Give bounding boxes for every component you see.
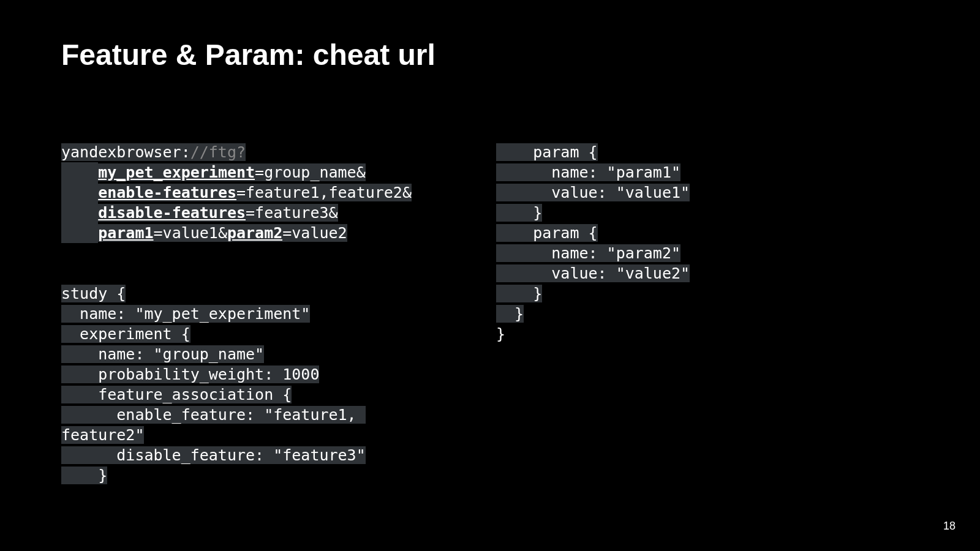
code-text: name: "param1" [496,163,680,181]
url-key: disable-features [98,204,246,222]
slide-title: Feature & Param: cheat url [61,38,919,72]
indent [61,223,98,243]
code-text: name: "my_pet_experiment" [61,305,310,323]
code-text: name: "param2" [496,244,680,262]
url-scheme: yandexbrowser: [61,143,190,161]
code-text: enable_feature: "feature1, [61,406,366,424]
study-line: } [61,465,490,485]
code-text: probability_weight: 1000 [61,365,319,383]
code-text: } [496,285,542,302]
param-line: } [496,324,690,344]
code-text: experiment { [61,325,190,343]
study-line: probability_weight: 1000 [61,364,490,384]
code-text: } [496,305,524,323]
indent [61,182,98,203]
code-text: feature2" [61,426,144,444]
url-path: //ftg? [190,143,246,161]
url-line-3: disable-features=feature3& [61,203,490,223]
url-key: my_pet_experiment [98,163,255,181]
url-rest: =feature1,feature2& [236,184,412,201]
study-line: disable_feature: "feature3" [61,445,490,465]
url-line-4: param1=value1&param2=value2 [61,223,490,243]
study-line: feature2" [61,425,490,445]
code-text: } [496,204,542,222]
code-text: name: "group_name" [61,345,264,363]
code-text: } [61,467,107,484]
code-text: param { [496,224,598,242]
study-line: experiment { [61,324,490,344]
param-line: } [496,203,690,223]
code-text: study { [61,285,126,302]
url-mid: =value1& [154,224,227,242]
url-rest: =group_name& [255,163,366,181]
param-line: name: "param1" [496,162,690,182]
url-key: enable-features [98,184,236,201]
study-line: name: "my_pet_experiment" [61,304,490,324]
study-line: name: "group_name" [61,344,490,364]
page-number: 18 [943,520,956,533]
param-line: } [496,283,690,304]
param-line: } [496,304,690,324]
study-line: feature_association { [61,384,490,405]
indent [61,203,98,223]
param-line: name: "param2" [496,243,690,263]
url-rest: =value2 [282,224,347,242]
code-text: param { [496,143,598,161]
study-line: study { [61,283,490,304]
param-line: value: "value2" [496,263,690,283]
param-line: param { [496,223,690,243]
spacer [61,243,490,283]
slide-body: yandexbrowser://ftg? my_pet_experiment=g… [61,142,919,485]
study-line: enable_feature: "feature1, [61,405,490,425]
param-line: param { [496,142,690,162]
url-rest: =feature3& [246,204,338,222]
code-text: feature_association { [61,386,292,403]
code-text: value: "value2" [496,264,690,282]
right-column: param { name: "param1" value: "value1" }… [496,142,690,485]
code-text: disable_feature: "feature3" [61,446,366,464]
slide: Feature & Param: cheat url yandexbrowser… [0,0,980,551]
url-line-2: enable-features=feature1,feature2& [61,182,490,203]
code-text: value: "value1" [496,184,690,201]
url-line-0: yandexbrowser://ftg? [61,142,490,162]
url-key: param1 [98,224,153,242]
left-column: yandexbrowser://ftg? my_pet_experiment=g… [61,142,490,485]
param-line: value: "value1" [496,182,690,203]
url-key: param2 [227,224,282,242]
indent [61,162,98,182]
url-line-1: my_pet_experiment=group_name& [61,162,490,182]
code-text: } [496,325,505,343]
